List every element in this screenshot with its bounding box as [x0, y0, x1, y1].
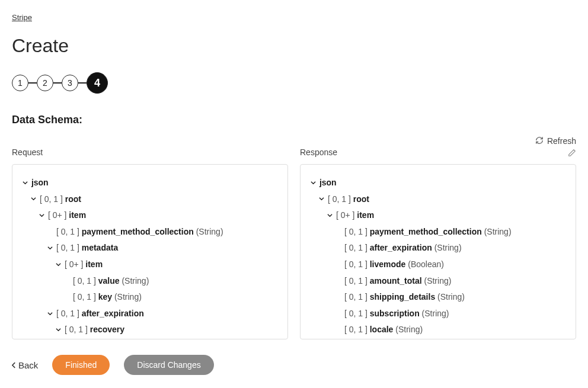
chevron-down-icon[interactable] [46, 311, 54, 316]
chevron-down-icon[interactable] [29, 196, 37, 201]
tree-node-text[interactable]: [ 0+ ] item [334, 210, 374, 220]
tree-row: [ 0, 1 ] livemode (Boolean) [309, 256, 567, 272]
tree-row: [ 0+ ] item [309, 207, 567, 223]
tree-row: [ 0+ ] item [21, 256, 279, 272]
discard-button[interactable]: Discard Changes [124, 355, 213, 375]
edit-button[interactable] [568, 149, 576, 159]
chevron-down-icon[interactable] [37, 213, 46, 218]
tree-node-text: [ 0, 1 ] after_expiration (String) [342, 243, 462, 252]
pencil-icon [568, 149, 576, 159]
finished-button[interactable]: Finished [52, 355, 110, 375]
page-title: Create [12, 35, 576, 57]
request-panel: json [ 0, 1 ] root [ 0+ ] item [ 0, 1 ] … [12, 164, 288, 339]
tree-node-text: [ 0, 1 ] value (String) [71, 276, 149, 286]
tree-row: [ 0, 1 ] payment_method_collection (Stri… [309, 223, 567, 240]
chevron-down-icon[interactable] [317, 196, 325, 201]
tree-node-text: [ 0, 1 ] subscription (String) [342, 309, 449, 318]
step-4[interactable]: 4 [87, 72, 108, 94]
refresh-button[interactable]: Refresh [535, 136, 576, 146]
tree-node-text[interactable]: json [317, 178, 337, 187]
section-title: Data Schema: [12, 114, 576, 126]
tree-node-text[interactable]: [ 0+ ] item [46, 210, 86, 220]
tree-row: json [21, 174, 279, 191]
tree-row: [ 0+ ] item [21, 207, 279, 223]
tree-node-text: [ 0, 1 ] amount_total (String) [342, 276, 451, 286]
step-connector [78, 82, 87, 84]
tree-row: [ 0, 1 ] recovery [21, 321, 279, 338]
tree-node-text: [ 0, 1 ] locale (String) [342, 325, 423, 334]
tree-node-text[interactable]: [ 0, 1 ] root [325, 194, 369, 204]
chevron-down-icon[interactable] [309, 180, 317, 185]
tree-row: [ 0, 1 ] amount_total (String) [309, 272, 567, 289]
step-2[interactable]: 2 [37, 75, 53, 91]
response-panel: json [ 0, 1 ] root [ 0+ ] item [ 0, 1 ] … [300, 164, 576, 339]
chevron-down-icon[interactable] [54, 327, 62, 332]
tree-node-text: [ 0, 1 ] livemode (Boolean) [342, 259, 444, 269]
chevron-down-icon[interactable] [54, 262, 62, 267]
tree-row: [ 0, 1 ] metadata [21, 239, 279, 256]
tree-node-text[interactable]: json [29, 178, 49, 187]
tree-node-text[interactable]: [ 0+ ] item [62, 259, 103, 269]
tree-node-text: [ 0, 1 ] shipping_details (String) [342, 292, 465, 302]
tree-node-text[interactable]: [ 0, 1 ] after_expiration [54, 309, 144, 318]
tree-row: [ 0, 1 ] after_expiration [21, 305, 279, 322]
breadcrumb[interactable]: Stripe [12, 13, 32, 22]
stepper: 1234 [12, 72, 576, 94]
response-label: Response [300, 147, 337, 157]
tree-row: [ 0, 1 ] subscription (String) [309, 305, 567, 322]
step-3[interactable]: 3 [62, 75, 78, 91]
chevron-down-icon[interactable] [46, 245, 54, 251]
tree-row: json [309, 174, 567, 191]
tree-node-text: [ 0, 1 ] payment_method_collection (Stri… [54, 227, 223, 236]
tree-row: [ 0, 1 ] allow_promotion_codes (Boolean) [21, 338, 279, 339]
refresh-label: Refresh [547, 136, 576, 146]
step-connector [28, 82, 37, 84]
refresh-icon [535, 136, 544, 146]
tree-node-text[interactable]: [ 0, 1 ] recovery [62, 325, 124, 334]
tree-row: [ 0, 1 ] locale (String) [309, 321, 567, 338]
chevron-left-icon [12, 360, 16, 370]
tree-node-text: [ 0, 1 ] payment_method_collection (Stri… [342, 227, 512, 236]
step-connector [53, 82, 62, 84]
tree-row: [ 0, 1 ] error [309, 338, 567, 339]
tree-row: [ 0, 1 ] shipping_details (String) [309, 288, 567, 305]
tree-node-text: [ 0, 1 ] key (String) [71, 292, 142, 302]
back-label: Back [18, 360, 38, 370]
back-button[interactable]: Back [12, 360, 38, 370]
tree-row: [ 0, 1 ] root [309, 191, 567, 207]
tree-row: [ 0, 1 ] value (String) [21, 272, 279, 289]
tree-row: [ 0, 1 ] key (String) [21, 288, 279, 305]
chevron-down-icon[interactable] [325, 213, 334, 218]
step-1[interactable]: 1 [12, 75, 28, 91]
tree-row: [ 0, 1 ] payment_method_collection (Stri… [21, 223, 279, 240]
tree-node-text[interactable]: [ 0, 1 ] metadata [54, 243, 118, 252]
tree-row: [ 0, 1 ] after_expiration (String) [309, 239, 567, 256]
tree-node-text[interactable]: [ 0, 1 ] root [37, 194, 81, 204]
chevron-down-icon[interactable] [21, 180, 29, 185]
tree-row: [ 0, 1 ] root [21, 191, 279, 207]
request-label: Request [12, 147, 43, 157]
